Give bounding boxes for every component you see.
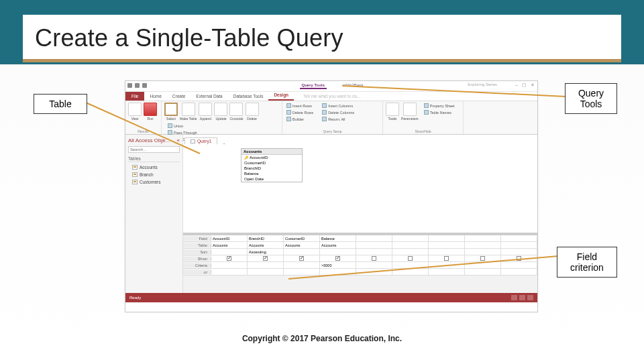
nav-item-customers[interactable]: Customers bbox=[128, 178, 180, 186]
grid-cell[interactable] bbox=[248, 262, 284, 268]
field-balance[interactable]: Balance bbox=[241, 171, 302, 176]
grid-cell[interactable] bbox=[392, 255, 429, 261]
tell-me[interactable]: Tell me what you want to do... bbox=[298, 92, 366, 101]
grid-cell[interactable] bbox=[501, 262, 537, 268]
design-view-icon[interactable] bbox=[527, 295, 533, 300]
datasheet-view-icon[interactable] bbox=[511, 295, 517, 300]
grid-cell[interactable] bbox=[356, 235, 392, 241]
grid-cell[interactable] bbox=[211, 269, 248, 275]
grid-cell[interactable] bbox=[465, 269, 501, 275]
grid-cell[interactable] bbox=[392, 242, 429, 248]
grid-cell[interactable]: Balance bbox=[320, 235, 356, 241]
table-names-button[interactable]: Table Names bbox=[423, 109, 456, 115]
grid-cell[interactable]: BranchID bbox=[248, 235, 284, 241]
nav-group-tables[interactable]: Tables bbox=[128, 156, 180, 162]
tab-home[interactable]: Home bbox=[144, 92, 166, 101]
grid-cell[interactable] bbox=[284, 249, 320, 255]
select-button[interactable]: Select bbox=[164, 103, 178, 121]
grid-cell[interactable] bbox=[429, 249, 465, 255]
property-sheet-button[interactable]: Property Sheet bbox=[423, 103, 456, 109]
grid-cell[interactable] bbox=[356, 262, 392, 268]
field-customerid[interactable]: CustomerID bbox=[241, 160, 302, 166]
view-button[interactable]: View bbox=[128, 103, 142, 121]
grid-cell[interactable] bbox=[429, 262, 465, 268]
tab-design[interactable]: Design bbox=[268, 90, 294, 101]
grid-cell[interactable] bbox=[284, 269, 320, 275]
grid-cell[interactable] bbox=[211, 262, 248, 268]
grid-cell[interactable] bbox=[465, 262, 501, 268]
nav-item-branch[interactable]: Branch bbox=[128, 171, 180, 178]
grid-cell[interactable]: Accounts bbox=[284, 242, 320, 248]
grid-cell[interactable] bbox=[211, 249, 248, 255]
grid-cell[interactable] bbox=[501, 269, 537, 275]
minimize-icon[interactable]: – bbox=[515, 82, 518, 88]
grid-cell[interactable] bbox=[284, 262, 320, 268]
grid-cell[interactable] bbox=[392, 249, 429, 255]
grid-cell[interactable] bbox=[320, 269, 356, 275]
tab-external-data[interactable]: External Data bbox=[191, 92, 227, 101]
append-button[interactable]: Append bbox=[199, 103, 212, 121]
show-checkbox[interactable] bbox=[480, 256, 485, 261]
chevron-left-icon[interactable]: « bbox=[177, 137, 180, 143]
show-checkbox[interactable] bbox=[299, 256, 304, 261]
close-icon[interactable]: ✕ bbox=[531, 82, 535, 88]
delete-columns-button[interactable]: Delete Columns bbox=[321, 109, 356, 115]
grid-cell[interactable] bbox=[248, 255, 284, 261]
table-pane[interactable]: Accounts AccountID CustomerID BranchID B… bbox=[183, 144, 537, 235]
file-tab[interactable]: File bbox=[125, 92, 144, 101]
grid-cell[interactable] bbox=[429, 242, 465, 248]
show-checkbox[interactable] bbox=[227, 256, 231, 261]
grid-cell[interactable]: Accounts bbox=[248, 242, 284, 248]
field-accountid[interactable]: AccountID bbox=[241, 155, 302, 160]
grid-cell[interactable] bbox=[501, 249, 537, 255]
run-button[interactable]: Run bbox=[144, 103, 157, 121]
grid-cell[interactable]: Accounts bbox=[320, 242, 356, 248]
show-checkbox[interactable] bbox=[408, 256, 413, 261]
grid-cell[interactable] bbox=[320, 249, 356, 255]
grid-cell[interactable]: >5000 bbox=[320, 262, 356, 268]
grid-cell[interactable]: AccountID bbox=[211, 235, 248, 241]
maximize-icon[interactable]: ▢ bbox=[522, 82, 527, 88]
save-icon[interactable] bbox=[127, 83, 132, 88]
insert-rows-button[interactable]: Insert Rows bbox=[285, 103, 315, 109]
tab-database-tools[interactable]: Database Tools bbox=[228, 92, 269, 101]
field-opendate[interactable]: Open Date bbox=[241, 176, 302, 182]
nav-header[interactable]: All Access Obje… « bbox=[128, 137, 180, 145]
delete-button[interactable]: Delete bbox=[246, 103, 259, 121]
grid-cell[interactable] bbox=[211, 255, 248, 261]
sql-view-icon[interactable] bbox=[519, 295, 525, 300]
grid-cell[interactable]: Ascending bbox=[248, 249, 284, 255]
grid-cell[interactable] bbox=[284, 255, 320, 261]
grid-cell[interactable] bbox=[356, 249, 392, 255]
grid-cell[interactable] bbox=[356, 269, 392, 275]
show-checkbox[interactable] bbox=[263, 256, 268, 261]
grid-cell[interactable] bbox=[465, 249, 501, 255]
grid-cell[interactable] bbox=[392, 269, 429, 275]
redo-icon[interactable] bbox=[142, 83, 147, 88]
grid-cell[interactable] bbox=[501, 255, 537, 261]
parameters-button[interactable]: Parameters bbox=[401, 103, 419, 121]
grid-cell[interactable] bbox=[356, 242, 392, 248]
grid-cell[interactable]: Accounts bbox=[211, 242, 248, 248]
insert-columns-button[interactable]: Insert Columns bbox=[321, 103, 356, 109]
return-button[interactable]: Return: All bbox=[321, 116, 356, 122]
grid-cell[interactable]: CustomerID bbox=[284, 235, 320, 241]
grid-cell[interactable] bbox=[429, 255, 465, 261]
grid-cell[interactable] bbox=[392, 262, 429, 268]
grid-cell[interactable] bbox=[320, 255, 356, 261]
delete-rows-button[interactable]: Delete Rows bbox=[285, 109, 315, 115]
grid-cell[interactable] bbox=[465, 235, 501, 241]
grid-cell[interactable] bbox=[248, 269, 284, 275]
grid-cell[interactable] bbox=[392, 235, 429, 241]
crosstab-button[interactable]: Crosstab bbox=[229, 103, 243, 121]
nav-search-input[interactable] bbox=[128, 146, 180, 153]
builder-button[interactable]: Builder bbox=[285, 116, 315, 122]
totals-button[interactable]: Totals bbox=[386, 103, 399, 121]
grid-cell[interactable] bbox=[501, 242, 537, 248]
nav-item-accounts[interactable]: Accounts bbox=[128, 164, 180, 171]
field-branchid[interactable]: BranchID bbox=[241, 166, 302, 171]
grid-cell[interactable] bbox=[501, 235, 537, 241]
show-checkbox[interactable] bbox=[517, 256, 521, 261]
show-checkbox[interactable] bbox=[444, 256, 449, 261]
tab-create[interactable]: Create bbox=[167, 92, 191, 101]
